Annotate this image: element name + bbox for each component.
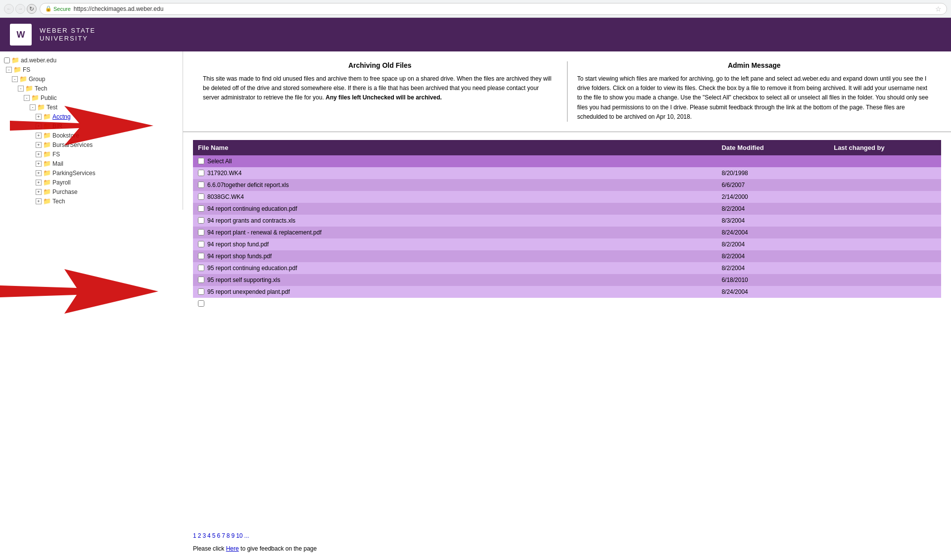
file-checkbox[interactable]	[198, 288, 204, 295]
file-name-text: 95 report unexpended plant.pdf	[207, 288, 290, 295]
reload-button[interactable]: ↻	[27, 4, 37, 14]
bookmark-icon[interactable]: ☆	[935, 5, 942, 13]
file-checkbox[interactable]	[198, 158, 204, 164]
toggle-fs2[interactable]: +	[36, 151, 42, 157]
tree-item-group[interactable]: - 📁 Group	[10, 74, 181, 84]
file-date-cell: 6/6/2007	[716, 179, 829, 191]
address-bar[interactable]: 🔒 Secure https://checkimages.ad.weber.ed…	[40, 3, 947, 15]
tree-item-test[interactable]: - 📁 Test	[28, 102, 181, 112]
toggle-tech-child[interactable]: +	[36, 198, 42, 204]
file-date-cell: 8/2/2004	[716, 238, 829, 250]
label-fs: FS	[23, 66, 30, 73]
file-name-cell: 94 report continuing education.pdf	[193, 203, 716, 215]
file-checkbox[interactable]	[198, 277, 204, 283]
back-button[interactable]: ←	[4, 4, 14, 14]
file-checkbox[interactable]	[198, 193, 204, 200]
tree-item-purchase[interactable]: + 📁 Purchase	[34, 187, 181, 196]
label-purchase: Purchase	[52, 188, 78, 195]
table-row: 6.6.07together deficit report.xls6/6/200…	[193, 179, 941, 191]
tree-item-fs2[interactable]: + 📁 FS	[34, 149, 181, 159]
table-row: 95 report unexpended plant.pdf8/24/2004	[193, 286, 941, 298]
toggle-payroll[interactable]: +	[36, 180, 42, 186]
file-name-text: 94 report plant - renewal & replacement.…	[207, 229, 322, 236]
tree-item-mail[interactable]: + 📁 Mail	[34, 159, 181, 168]
label-fs2: FS	[52, 151, 60, 158]
file-table: File Name Date Modified Last changed by …	[193, 140, 941, 309]
file-name-text: Select All	[207, 158, 232, 165]
toggle-acctng[interactable]: +	[36, 114, 42, 120]
tree-item-tech-child[interactable]: + 📁 Tech	[34, 196, 181, 206]
root-checkbox[interactable]	[4, 57, 10, 63]
toggle-tech[interactable]: -	[18, 86, 24, 92]
tree-item-tech-parent[interactable]: - 📁 Tech	[16, 84, 181, 93]
folder-icon-tech-child: 📁	[43, 197, 51, 205]
file-checkbox[interactable]	[198, 205, 204, 212]
toggle-test[interactable]: -	[30, 104, 36, 110]
sidebar-wrapper: 📁 ad.weber.edu - 📁 FS - 📁 Group - 📁 Tech	[0, 51, 183, 560]
tree-item-parkingservices[interactable]: + 📁 ParkingServices	[34, 168, 181, 178]
file-name-cell: 95 report continuing education.pdf	[193, 262, 716, 274]
toggle-bursarservices[interactable]: +	[36, 142, 42, 148]
root-label[interactable]: ad.weber.edu	[21, 57, 56, 64]
toggle-mail[interactable]: +	[36, 161, 42, 167]
tree-item-bir[interactable]: + 📁 BIR	[34, 121, 181, 131]
toggle-bookstore[interactable]: +	[36, 133, 42, 139]
toggle-parkingservices[interactable]: +	[36, 170, 42, 176]
site-header: W WEBER STATE UNIVERSITY	[0, 18, 951, 51]
file-name-cell: 94 report shop fund.pdf	[193, 238, 716, 250]
tree-item-acctng[interactable]: + 📁 Acctng	[34, 112, 181, 121]
pagination-links[interactable]: 12345678910...	[193, 532, 251, 539]
tree-item-public[interactable]: - 📁 Public	[22, 93, 181, 102]
page-link-1[interactable]: 1	[193, 532, 196, 539]
tree-item-payroll[interactable]: + 📁 Payroll	[34, 178, 181, 187]
page-link-7[interactable]: 7	[222, 532, 225, 539]
feedback-link[interactable]: Here	[226, 545, 239, 552]
file-checkbox[interactable]	[198, 217, 204, 224]
file-checkbox[interactable]	[198, 265, 204, 271]
label-payroll: Payroll	[52, 179, 71, 186]
label-group: Group	[29, 76, 45, 83]
page-link-...[interactable]: ...	[244, 532, 249, 539]
tree-item-bursarservices[interactable]: + 📁 BursarServices	[34, 140, 181, 149]
page-link-4[interactable]: 4	[207, 532, 211, 539]
file-table-section: File Name Date Modified Last changed by …	[183, 132, 951, 528]
file-checkbox[interactable]	[198, 300, 204, 307]
page-link-3[interactable]: 3	[202, 532, 206, 539]
page-link-10[interactable]: 10	[236, 532, 242, 539]
file-checkbox[interactable]	[198, 253, 204, 259]
file-date-cell: 8/20/1998	[716, 167, 829, 179]
page-link-9[interactable]: 9	[232, 532, 235, 539]
page-link-5[interactable]: 5	[212, 532, 216, 539]
file-name-cell	[193, 298, 716, 309]
tree-root[interactable]: 📁 ad.weber.edu	[2, 55, 181, 65]
file-date-cell: 2/14/2000	[716, 191, 829, 203]
col-filename: File Name	[193, 140, 716, 155]
folder-icon-fs2: 📁	[43, 150, 51, 158]
file-checkbox[interactable]	[198, 182, 204, 188]
file-changed-cell	[829, 227, 941, 238]
file-checkbox[interactable]	[198, 229, 204, 235]
forward-button[interactable]: →	[15, 4, 25, 14]
toggle-group[interactable]: -	[12, 76, 18, 82]
nav-buttons[interactable]: ← → ↻	[4, 4, 37, 14]
toggle-purchase[interactable]: +	[36, 189, 42, 195]
toggle-public[interactable]: -	[24, 95, 30, 101]
label-acctng[interactable]: Acctng	[52, 113, 71, 120]
archive-bold: Any files left Unchecked will be archive…	[326, 94, 442, 101]
file-checkbox[interactable]	[198, 170, 204, 176]
file-name-cell: 94 report shop funds.pdf	[193, 250, 716, 262]
file-date-cell	[716, 155, 829, 167]
file-changed-cell	[829, 286, 941, 298]
table-row: 94 report plant - renewal & replacement.…	[193, 227, 941, 238]
file-name-cell: 94 report grants and contracts.xls	[193, 215, 716, 227]
tree-item-fs[interactable]: - 📁 FS	[4, 65, 181, 74]
tree-item-bookstore[interactable]: + 📁 Bookstore	[34, 131, 181, 140]
page-link-2[interactable]: 2	[198, 532, 201, 539]
toggle-bir[interactable]: +	[36, 123, 42, 129]
page-link-8[interactable]: 8	[227, 532, 230, 539]
file-date-cell: 8/24/2004	[716, 286, 829, 298]
toggle-fs[interactable]: -	[6, 67, 12, 73]
file-checkbox[interactable]	[198, 241, 204, 247]
file-name-cell: 317920.WK4	[193, 167, 716, 179]
page-link-6[interactable]: 6	[217, 532, 220, 539]
